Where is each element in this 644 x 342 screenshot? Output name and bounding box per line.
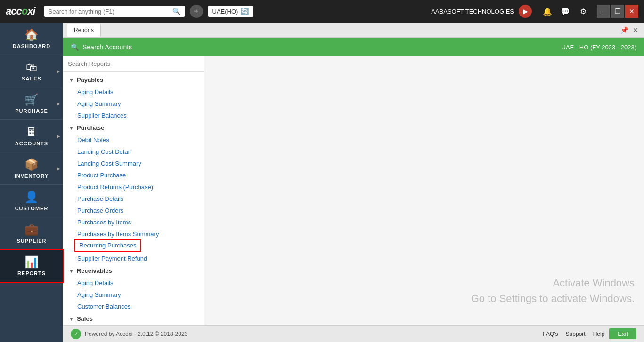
sales-section[interactable]: ▼ Sales <box>63 312 204 325</box>
right-panel: Activate Windows Go to Settings to activ… <box>204 56 644 325</box>
debit-notes[interactable]: Debit Notes <box>63 134 204 146</box>
tab-controls: 📌 ✕ <box>620 25 640 35</box>
watermark-line1: Activate Windows <box>471 275 635 291</box>
region-label: UAE(HO) <box>212 8 238 15</box>
landing-cost-summary[interactable]: Landing Cost Summary <box>63 158 204 169</box>
purchase-details[interactable]: Purchase Details <box>63 193 204 205</box>
dashboard-icon: 🏠 <box>24 28 39 41</box>
aging-summary-payables[interactable]: Aging Summary <box>63 98 204 110</box>
purchase-section[interactable]: ▼ Purchase <box>63 121 204 134</box>
sales-icon: 🛍 <box>26 61 37 74</box>
sidebar-item-customer[interactable]: 👤 CUSTOMER <box>0 185 63 217</box>
chat-icon[interactable]: 💬 <box>558 4 572 18</box>
refresh-icon[interactable]: 🔄 <box>241 8 249 15</box>
product-returns-purchase[interactable]: Product Returns (Purchase) <box>63 181 204 193</box>
accounts-icon: 🖩 <box>26 126 37 139</box>
global-search-icon[interactable]: 🔍 <box>172 8 180 15</box>
customer-icon: 👤 <box>24 191 39 204</box>
accounts-arrow: ▶ <box>57 134 60 139</box>
settings-icon[interactable]: ⚙ <box>576 4 590 18</box>
sidebar-label-dashboard: DASHBOARD <box>13 43 51 49</box>
tree-scroll: ▼ Payables Aging Details Aging Summary S… <box>63 72 204 325</box>
restore-button[interactable]: ❐ <box>611 5 624 18</box>
notification-icon[interactable]: 🔔 <box>540 4 554 18</box>
sidebar-item-reports[interactable]: 📊 REPORTS <box>0 250 63 282</box>
sidebar-label-supplier: SUPPLIER <box>16 238 46 244</box>
tree-panel: ▼ Payables Aging Details Aging Summary S… <box>63 56 204 325</box>
purchases-by-items[interactable]: Purchases by Items <box>63 216 204 228</box>
sidebar-item-accounts[interactable]: 🖩 ACCOUNTS ▶ <box>0 120 63 152</box>
bottom-links: FAQ's Support Help <box>543 331 604 337</box>
payables-arrow-icon: ▼ <box>69 77 74 83</box>
content-area: Reports 📌 ✕ 🔍 Search Accounts UAE - HO (… <box>63 23 644 342</box>
main-layout: 🏠 DASHBOARD 🛍 SALES ▶ 🛒 PURCHASE ▶ 🖩 ACC… <box>0 23 644 342</box>
sidebar-item-inventory[interactable]: 📦 INVENTORY ▶ <box>0 152 63 185</box>
reports-panel: ▼ Payables Aging Details Aging Summary S… <box>63 56 644 325</box>
sidebar-item-dashboard[interactable]: 🏠 DASHBOARD <box>0 23 63 55</box>
window-controls: — ❐ ✕ <box>597 5 638 18</box>
inventory-arrow: ▶ <box>57 166 60 171</box>
company-avatar: ▶ <box>519 5 532 18</box>
product-purchase[interactable]: Product Purchase <box>63 169 204 181</box>
purchase-icon: 🛒 <box>24 93 39 106</box>
sidebar-label-customer: CUSTOMER <box>15 206 49 211</box>
supplier-icon: 💼 <box>24 223 39 236</box>
reports-tab[interactable]: Reports <box>67 24 101 37</box>
powered-by: Powered by Accoxi - 2.0.12 © 2018-2023 <box>85 331 187 337</box>
green-header: 🔍 Search Accounts UAE - HO (FY 2023 - 20… <box>63 38 644 56</box>
purchase-arrow-icon: ▼ <box>69 125 74 131</box>
purchase-label: Purchase <box>77 124 105 131</box>
aging-summary-receivables[interactable]: Aging Summary <box>63 289 204 301</box>
watermark: Activate Windows Go to Settings to activ… <box>471 275 635 306</box>
search-reports-input[interactable] <box>63 56 204 72</box>
sidebar-item-supplier[interactable]: 💼 SUPPLIER <box>0 217 63 250</box>
receivables-section[interactable]: ▼ Receivables <box>63 264 204 277</box>
sidebar-label-accounts: ACCOUNTS <box>15 141 48 146</box>
landing-cost-detail[interactable]: Landing Cost Detail <box>63 146 204 158</box>
sidebar-label-inventory: INVENTORY <box>15 173 49 179</box>
faqs-link[interactable]: FAQ's <box>543 331 558 337</box>
search-accounts-btn[interactable]: 🔍 Search Accounts <box>71 43 132 51</box>
global-search-input[interactable] <box>49 8 169 15</box>
purchase-orders[interactable]: Purchase Orders <box>63 205 204 216</box>
support-link[interactable]: Support <box>566 331 586 337</box>
sidebar: 🏠 DASHBOARD 🛍 SALES ▶ 🛒 PURCHASE ▶ 🖩 ACC… <box>0 23 63 342</box>
watermark-line2: Go to Settings to activate Windows. <box>471 291 635 306</box>
help-link[interactable]: Help <box>593 331 605 337</box>
sidebar-label-reports: REPORTS <box>17 270 46 276</box>
tab-label: Reports <box>74 27 94 33</box>
search-accounts-icon: 🔍 <box>71 43 79 51</box>
aging-details-receivables[interactable]: Aging Details <box>63 277 204 289</box>
company-name: AABASOFT TECHNOLOGIES <box>431 8 514 15</box>
sidebar-label-sales: SALES <box>22 76 41 81</box>
bottom-bar: ✓ Powered by Accoxi - 2.0.12 © 2018-2023… <box>63 325 644 342</box>
receivables-arrow-icon: ▼ <box>69 268 74 274</box>
close-button[interactable]: ✕ <box>625 5 638 18</box>
search-accounts-label: Search Accounts <box>82 43 132 51</box>
app-logo: accoxi <box>6 5 35 17</box>
payables-label: Payables <box>77 76 103 83</box>
supplier-balances[interactable]: Supplier Balances <box>63 110 204 121</box>
purchases-by-items-summary[interactable]: Purchases by Items Summary <box>63 228 204 240</box>
region-selector[interactable]: UAE(HO) 🔄 <box>208 6 254 17</box>
topbar-icons: 🔔 💬 ⚙ <box>540 4 590 18</box>
add-button[interactable]: + <box>190 5 203 18</box>
customer-balances[interactable]: Customer Balances <box>63 301 204 312</box>
aging-details-payables[interactable]: Aging Details <box>63 86 204 98</box>
topbar: accoxi 🔍 + UAE(HO) 🔄 AABASOFT TECHNOLOGI… <box>0 0 644 23</box>
company-info: UAE - HO (FY 2023 - 2023) <box>562 44 636 51</box>
sales-arrow: ▶ <box>57 69 60 74</box>
global-search-bar[interactable]: 🔍 <box>44 6 185 17</box>
tab-pin-button[interactable]: 📌 <box>620 25 629 35</box>
recurring-purchases[interactable]: Recurring Purchases <box>75 240 140 251</box>
receivables-label: Receivables <box>77 267 112 274</box>
supplier-payment-refund[interactable]: Supplier Payment Refund <box>63 253 204 264</box>
minimize-button[interactable]: — <box>597 5 610 18</box>
exit-button[interactable]: Exit <box>609 328 636 339</box>
inventory-icon: 📦 <box>24 158 39 171</box>
payables-section[interactable]: ▼ Payables <box>63 73 204 86</box>
tab-close-button[interactable]: ✕ <box>631 25 640 35</box>
sales-label: Sales <box>77 315 93 322</box>
sidebar-item-sales[interactable]: 🛍 SALES ▶ <box>0 55 63 87</box>
sidebar-item-purchase[interactable]: 🛒 PURCHASE ▶ <box>0 87 63 120</box>
